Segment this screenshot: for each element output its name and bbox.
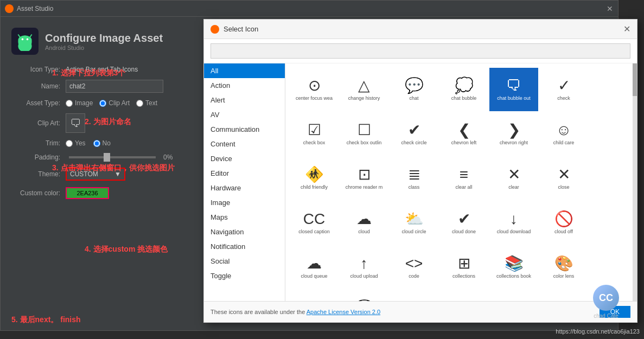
category-item[interactable]: Navigation	[204, 225, 285, 239]
asset-type-row: Asset Type: Image Clip Art Text	[11, 99, 190, 107]
clip-art-icon: 🗨	[70, 117, 81, 130]
icon-item[interactable]: ❯chevron right	[489, 112, 538, 156]
category-item[interactable]: Alert	[204, 93, 285, 107]
user-profile: CC chad Cate	[584, 285, 628, 323]
icon-item[interactable]: ❮chevron left	[439, 112, 488, 156]
icon-item[interactable]: <>code	[390, 246, 438, 289]
icon-item[interactable]: ✔cloud done	[439, 201, 488, 245]
icon-item[interactable]: ☁cloud	[340, 201, 388, 245]
apache-link[interactable]: Apache License Version 2.0	[307, 309, 380, 315]
icon-item[interactable]: ☑check box	[290, 112, 339, 156]
svg-line-5	[30, 34, 32, 37]
icon-item[interactable]: ⛅cloud circle	[390, 201, 438, 245]
radio-image-input[interactable]	[66, 100, 73, 107]
title-bar: Asset Studio ✕	[1, 1, 618, 17]
svg-point-3	[27, 39, 29, 41]
icon-item[interactable]: ↓cloud download	[489, 201, 538, 245]
icon-item[interactable]: ≡confirmation nu	[539, 290, 588, 301]
scroll-bar[interactable]	[633, 63, 637, 301]
search-input[interactable]	[211, 43, 630, 59]
left-panel: Configure Image Asset Android Studio Ico…	[1, 17, 201, 330]
scroll-thumb[interactable]	[633, 63, 637, 96]
icon-item[interactable]: 🚸child friendly	[290, 157, 339, 200]
license-text: These icons are available under the Apac…	[211, 309, 380, 315]
category-item[interactable]: Social	[204, 254, 285, 268]
icon-item[interactable]: 💭chat bubble	[439, 68, 488, 111]
category-item[interactable]: Editor	[204, 166, 285, 181]
app-header: Configure Image Asset Android Studio	[11, 28, 190, 55]
category-item[interactable]: AV	[204, 107, 285, 122]
icon-item[interactable]: ✓check	[539, 68, 588, 111]
icon-item[interactable]: ⊞collections	[439, 246, 488, 289]
avatar-initials: CC	[599, 292, 613, 304]
step4-annotation: 4. 选择custom 挑选颜色	[85, 245, 168, 254]
category-item[interactable]: Hardware	[204, 181, 285, 195]
clip-art-button[interactable]: 🗨	[66, 113, 85, 133]
category-item[interactable]: Content	[204, 137, 285, 151]
icon-item[interactable]: 🖥computer	[489, 290, 538, 301]
icon-item[interactable]: ☺child care	[539, 112, 588, 156]
trim-no[interactable]: No	[93, 139, 111, 147]
title-bar-text: Asset Studio	[17, 5, 606, 12]
dialog-content: AllActionAlertAVCommunicationContentDevi…	[204, 63, 637, 301]
icon-item[interactable]: ⇄compare arrows	[390, 290, 438, 301]
icon-item[interactable]: △change history	[340, 68, 388, 111]
step5-annotation: 5. 最后next。 finish	[11, 315, 81, 325]
icon-item[interactable]: ⊡chrome reader m	[340, 157, 388, 200]
name-row: Name:	[11, 80, 190, 93]
radio-clipart-input[interactable]	[99, 100, 106, 107]
category-item[interactable]: All	[204, 63, 285, 78]
close-button[interactable]: ✕	[606, 5, 614, 12]
category-item[interactable]: Communication	[204, 122, 285, 137]
icon-item[interactable]: CCclosed caption	[290, 201, 339, 245]
radio-text-input[interactable]	[136, 100, 143, 107]
padding-thumb[interactable]	[104, 153, 110, 162]
trim-yes-input[interactable]	[66, 140, 73, 147]
svg-line-4	[18, 34, 20, 37]
custom-color-input[interactable]: 2EA236	[66, 187, 109, 199]
icon-item[interactable]: ↑cloud upload	[340, 246, 388, 289]
trim-radio-group: Yes No	[66, 139, 111, 147]
icon-item[interactable]: ☁cloud queue	[290, 246, 339, 289]
icon-item[interactable]: ⊙center focus wea	[290, 68, 339, 111]
category-item[interactable]: Toggle	[204, 268, 285, 283]
name-label: Name:	[11, 82, 60, 90]
padding-row: Padding: 0%	[11, 153, 190, 161]
icon-item[interactable]: ≣class	[390, 157, 438, 200]
radio-clipart[interactable]: Clip Art	[99, 99, 130, 107]
category-item[interactable]: Notification	[204, 239, 285, 254]
radio-image[interactable]: Image	[66, 99, 93, 107]
step3-annotation: 3. 点击弹出右侧窗口，供你挑选图片	[52, 163, 175, 173]
trim-yes[interactable]: Yes	[66, 139, 86, 147]
padding-slider[interactable]	[69, 156, 156, 158]
icon-item[interactable]: ☐check box outlin	[340, 112, 388, 156]
icon-item[interactable]: ✕clear	[489, 157, 538, 200]
name-input[interactable]	[66, 80, 163, 93]
category-list: AllActionAlertAVCommunicationContentDevi…	[204, 63, 285, 301]
icon-item[interactable]: 💬chat	[390, 68, 438, 111]
icon-item[interactable]: 🗨chat bubble out	[489, 68, 538, 111]
trim-no-input[interactable]	[93, 140, 100, 147]
icon-item[interactable]: 🚫cloud off	[539, 201, 588, 245]
dialog-bottom-bar: These icons are available under the Apac…	[204, 301, 637, 322]
user-name: chad Cate	[594, 313, 619, 319]
icon-item[interactable]: ✕close	[539, 157, 588, 200]
watermark: https://blog.csdn.net/cao6jia123	[556, 328, 640, 335]
icon-item[interactable]: 🎨color lens	[539, 246, 588, 289]
category-item[interactable]: Maps	[204, 210, 285, 225]
dialog-close-button[interactable]: ✕	[623, 24, 630, 34]
icon-item[interactable]: ✔check circle	[390, 112, 438, 156]
radio-text[interactable]: Text	[136, 99, 157, 107]
icon-grid: ⊙center focus wea△change history💬chat💭ch…	[285, 63, 637, 301]
icon-item[interactable]: 💬comment	[340, 290, 388, 301]
category-item[interactable]: Device	[204, 151, 285, 166]
icon-item[interactable]: ✏colorize	[290, 290, 339, 301]
icon-item[interactable]: ≡clear all	[439, 157, 488, 200]
asset-type-radio-group: Image Clip Art Text	[66, 99, 157, 107]
icon-item[interactable]: 📚collections book	[489, 246, 538, 289]
category-item[interactable]: Action	[204, 78, 285, 93]
avatar: CC	[593, 285, 619, 311]
app-logo	[11, 28, 39, 55]
category-item[interactable]: Image	[204, 195, 285, 210]
icon-item[interactable]: ⧉compare	[439, 290, 488, 301]
